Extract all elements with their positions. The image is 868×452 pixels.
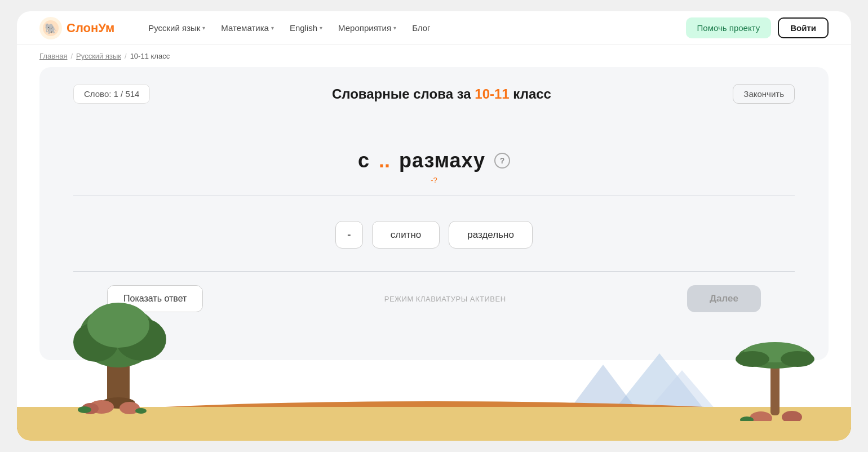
svg-point-16 — [119, 402, 140, 414]
svg-point-14 — [89, 400, 114, 414]
chevron-down-icon: ▾ — [320, 25, 322, 31]
svg-point-25 — [782, 411, 802, 421]
word-hint: -? — [431, 176, 437, 184]
navbar: 🐘 СлонУм Русский язык ▾ Математика ▾ Eng… — [17, 11, 851, 45]
word-suffix: размаху — [399, 149, 485, 172]
logo-icon: 🐘 — [39, 17, 62, 39]
keyboard-status: РЕЖИМ КЛАВИАТУРЫ АКТИВЕН — [384, 295, 506, 303]
svg-point-15 — [82, 403, 99, 414]
help-hint-icon[interactable]: ? — [494, 153, 510, 169]
divider-line-top — [73, 196, 795, 196]
svg-marker-4 — [648, 370, 716, 410]
nav-links: Русский язык ▾ Математика ▾ English ▾ Ме… — [141, 20, 667, 36]
svg-marker-5 — [569, 365, 637, 410]
login-button[interactable]: Войти — [778, 17, 829, 38]
breadcrumb: Главная / Русский язык / 10-11 класс — [17, 45, 851, 67]
quiz-title: Словарные слова за 10-11 класс — [332, 86, 551, 102]
breadcrumb-home[interactable]: Главная — [39, 52, 67, 60]
nav-item-english[interactable]: English ▾ — [283, 20, 329, 36]
word-display: с..размаху ? — [358, 149, 510, 172]
breadcrumb-sep-1: / — [70, 52, 73, 60]
bottom-bar: Показать ответ РЕЖИМ КЛАВИАТУРЫ АКТИВЕН … — [73, 285, 795, 312]
svg-point-18 — [135, 408, 147, 414]
divider-line-bottom — [73, 271, 795, 272]
breadcrumb-current: 10-11 класс — [130, 52, 170, 60]
nav-item-blog[interactable]: Блог — [405, 20, 437, 36]
svg-rect-19 — [770, 365, 780, 415]
nav-right: Помочь проекту Войти — [686, 17, 829, 38]
svg-point-9 — [101, 397, 135, 409]
svg-rect-8 — [107, 359, 130, 404]
answer-dash-button[interactable]: - — [335, 221, 363, 249]
quiz-card: Слово: 1 / 514 Словарные слова за 10-11 … — [39, 67, 829, 360]
nav-item-russian[interactable]: Русский язык ▾ — [141, 20, 212, 36]
ground-sand — [17, 407, 851, 441]
word-counter: Слово: 1 / 514 — [73, 84, 150, 104]
svg-marker-3 — [614, 353, 705, 410]
answer-buttons: - слитно раздельно — [335, 221, 533, 249]
svg-point-26 — [740, 416, 754, 421]
main-content: Слово: 1 / 514 Словарные слова за 10-11 … — [17, 67, 851, 360]
ground-svg — [17, 384, 851, 429]
nav-item-events[interactable]: Мероприятия ▾ — [331, 20, 403, 36]
svg-point-17 — [78, 406, 91, 413]
quiz-header: Слово: 1 / 514 Словарные слова за 10-11 … — [73, 84, 795, 104]
help-project-button[interactable]: Помочь проекту — [686, 17, 772, 38]
svg-point-24 — [750, 411, 772, 421]
next-button[interactable]: Далее — [687, 285, 761, 312]
answer-separate-button[interactable]: раздельно — [449, 221, 533, 249]
word-area: с..размаху ? -? - слитно раздельно — [73, 149, 795, 249]
chevron-down-icon: ▾ — [271, 25, 274, 31]
chevron-down-icon: ▾ — [202, 25, 205, 31]
svg-point-6 — [17, 401, 851, 429]
breadcrumb-russian[interactable]: Русский язык — [76, 52, 121, 60]
word-dots: .. — [379, 149, 390, 172]
svg-text:🐘: 🐘 — [45, 23, 57, 35]
answer-together-button[interactable]: слитно — [372, 221, 440, 249]
word-prefix: с — [358, 149, 370, 172]
logo-text: СлонУм — [67, 21, 114, 36]
finish-button[interactable]: Закончить — [733, 84, 795, 104]
nav-item-math[interactable]: Математика ▾ — [214, 20, 281, 36]
chevron-down-icon: ▾ — [393, 25, 396, 31]
logo[interactable]: 🐘 СлонУм — [39, 17, 114, 39]
show-answer-button[interactable]: Показать ответ — [107, 285, 203, 312]
breadcrumb-sep-2: / — [125, 52, 127, 60]
